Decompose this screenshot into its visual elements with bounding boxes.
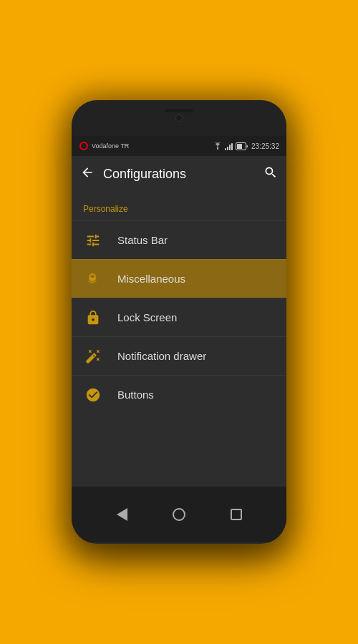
check-circle-icon <box>83 385 103 405</box>
status-left: Vodafone TR <box>79 141 129 151</box>
menu-item-buttons[interactable]: Buttons <box>72 375 286 414</box>
top-bezel <box>72 100 286 136</box>
nav-bar <box>72 487 286 542</box>
recents-nav-icon <box>231 509 242 520</box>
home-nav-button[interactable] <box>165 500 193 529</box>
menu-item-miscellaneous[interactable]: Miscellaneous <box>72 259 286 298</box>
menu-item-status-bar[interactable]: Status Bar <box>72 220 286 259</box>
search-button[interactable] <box>263 165 278 183</box>
back-nav-icon <box>117 508 127 521</box>
svg-point-0 <box>217 148 218 150</box>
back-nav-button[interactable] <box>107 500 136 529</box>
sliders-icon <box>83 230 103 250</box>
back-button[interactable] <box>80 165 95 183</box>
section-label: Personalize <box>83 204 128 214</box>
svg-rect-2 <box>237 144 242 149</box>
speaker <box>165 109 193 112</box>
menu-item-lock-screen[interactable]: Lock Screen <box>72 298 286 336</box>
vodafone-logo <box>79 141 89 151</box>
status-bar: Vodafone TR <box>72 136 286 156</box>
battery-icon <box>236 142 248 150</box>
clock: 23:25:32 <box>251 142 279 150</box>
wifi-icon <box>213 142 222 150</box>
notification-drawer-label: Notification drawer <box>117 350 206 362</box>
buttons-label: Buttons <box>117 389 154 401</box>
lock-icon <box>83 308 103 328</box>
menu-item-notification-drawer[interactable]: Notification drawer <box>72 336 286 375</box>
section-header: Personalize <box>72 192 286 220</box>
carrier-name: Vodafone TR <box>92 142 129 150</box>
status-right: 23:25:32 <box>213 142 279 150</box>
signal-bars <box>225 142 233 150</box>
front-camera <box>175 114 183 122</box>
lock-screen-label: Lock Screen <box>117 311 177 323</box>
page-title: Configurations <box>103 167 255 182</box>
status-bar-label: Status Bar <box>117 234 168 246</box>
recents-nav-button[interactable] <box>222 500 251 529</box>
magic-wand-icon <box>83 346 103 366</box>
miscellaneous-label: Miscellaneous <box>117 273 185 285</box>
hexagons-icon <box>83 269 103 289</box>
home-nav-icon <box>173 508 185 521</box>
action-bar: Configurations <box>72 156 286 192</box>
screen: Vodafone TR <box>72 136 286 487</box>
phone-frame: Vodafone TR <box>72 100 286 544</box>
